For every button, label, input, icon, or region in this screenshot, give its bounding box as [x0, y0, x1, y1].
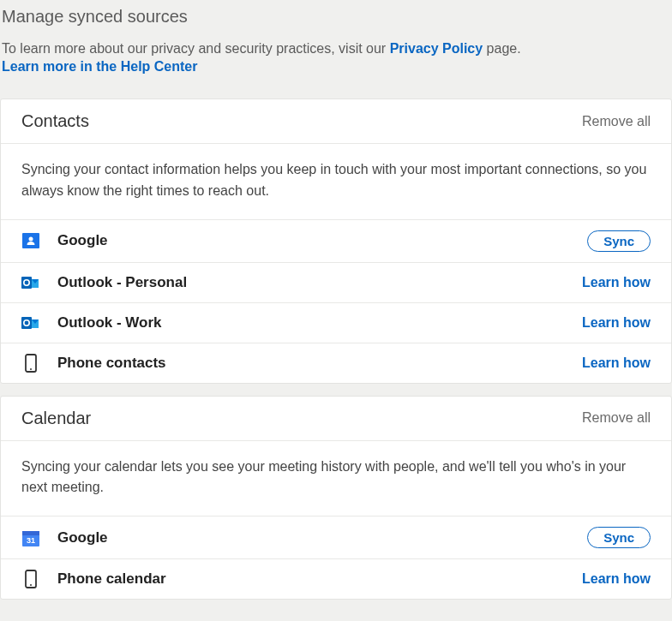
contacts-card: Contacts Remove all Syncing your contact… [0, 99, 672, 384]
contacts-source-google: Google Sync [1, 220, 671, 263]
source-label: Phone calendar [57, 570, 582, 588]
phone-calendar-learn-how-link[interactable]: Learn how [582, 571, 651, 587]
source-label: Outlook - Work [57, 314, 582, 331]
header-desc-prefix: To learn more about our privacy and secu… [2, 41, 390, 56]
outlook-icon [21, 273, 40, 292]
calendar-description: Syncing your calendar lets you see your … [1, 441, 671, 517]
source-label: Outlook - Personal [57, 274, 582, 291]
source-label: Phone contacts [57, 355, 582, 372]
calendar-remove-all-button[interactable]: Remove all [582, 410, 651, 426]
calendar-title: Calendar [21, 409, 91, 428]
svg-point-1 [29, 237, 33, 242]
outlook-personal-learn-how-link[interactable]: Learn how [582, 275, 651, 290]
page-title: Manage synced sources [2, 7, 670, 27]
google-calendar-sync-button[interactable]: Sync [587, 527, 651, 548]
privacy-policy-link[interactable]: Privacy Policy [390, 41, 483, 56]
calendar-source-google: 31 Google Sync [1, 517, 671, 559]
svg-rect-2 [21, 277, 32, 289]
header-description: To learn more about our privacy and secu… [2, 39, 670, 59]
outlook-icon [21, 313, 40, 332]
svg-text:31: 31 [27, 536, 35, 545]
contacts-source-outlook-work: Outlook - Work Learn how [1, 303, 671, 343]
google-contacts-sync-button[interactable]: Sync [587, 230, 651, 252]
contacts-remove-all-button[interactable]: Remove all [582, 114, 651, 129]
svg-rect-4 [21, 317, 32, 329]
calendar-card: Calendar Remove all Syncing your calenda… [0, 396, 672, 600]
contacts-header: Contacts Remove all [1, 99, 671, 144]
phone-contacts-learn-how-link[interactable]: Learn how [582, 355, 651, 371]
header-desc-suffix: page. [483, 41, 520, 56]
svg-rect-9 [22, 531, 39, 535]
google-contacts-icon [21, 231, 40, 250]
google-calendar-icon: 31 [21, 528, 40, 547]
outlook-work-learn-how-link[interactable]: Learn how [582, 315, 651, 331]
svg-point-7 [30, 368, 32, 370]
source-label: Google [57, 232, 587, 249]
contacts-title: Contacts [21, 111, 89, 131]
phone-icon [21, 570, 40, 588]
calendar-header: Calendar Remove all [1, 397, 671, 441]
calendar-source-phone: Phone calendar Learn how [1, 559, 671, 599]
contacts-source-phone: Phone contacts Learn how [1, 343, 671, 383]
page-header: Manage synced sources To learn more abou… [0, 0, 672, 87]
help-center-link[interactable]: Learn more in the Help Center [2, 59, 670, 75]
source-label: Google [57, 529, 587, 546]
svg-point-12 [30, 584, 32, 586]
contacts-source-outlook-personal: Outlook - Personal Learn how [1, 263, 671, 303]
phone-icon [21, 354, 40, 373]
contacts-description: Syncing your contact information helps y… [1, 144, 671, 220]
